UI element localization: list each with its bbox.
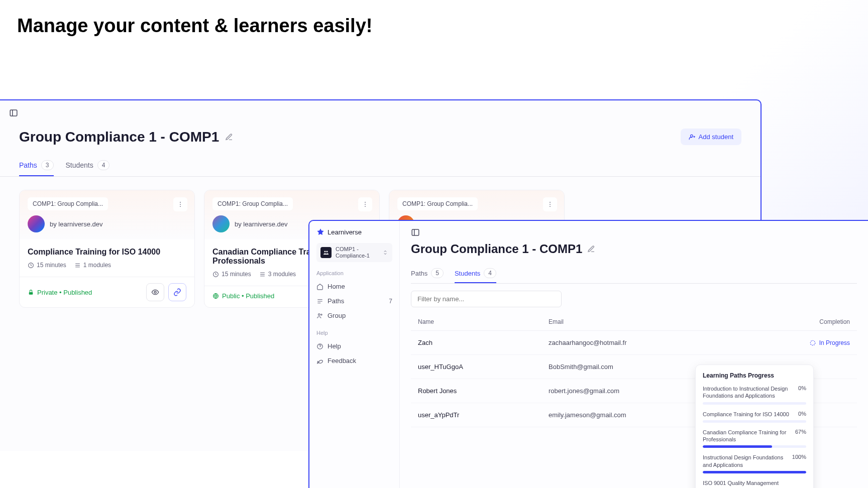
avatar: [212, 215, 230, 232]
sidebar: Learniverse COMP1 -Compliance-1 Applicat…: [309, 221, 400, 488]
globe-icon: [212, 293, 219, 299]
add-student-button[interactable]: Add student: [681, 129, 741, 145]
nav-home[interactable]: Home: [316, 279, 392, 294]
more-vertical-icon: [362, 201, 369, 208]
path-card[interactable]: COMP1: Group Complia... by learniverse.d…: [19, 190, 195, 308]
lock-icon: [28, 289, 34, 296]
progress-item: Introduction to Instructional Design Fou…: [703, 385, 806, 405]
tab-count: 4: [484, 268, 496, 278]
card-menu-button[interactable]: [358, 197, 372, 211]
svg-point-11: [154, 291, 156, 293]
preview-button[interactable]: [146, 283, 164, 301]
card-group-tag: COMP1: Group Complia...: [212, 197, 293, 210]
list-icon: [259, 271, 266, 278]
card-group-tag: COMP1: Group Complia...: [28, 197, 108, 210]
card-menu-button[interactable]: [543, 197, 557, 211]
card-author: by learniverse.dev: [235, 220, 288, 228]
group-selector[interactable]: COMP1 -Compliance-1: [316, 243, 392, 262]
clock-icon: [212, 271, 219, 278]
svg-point-26: [321, 314, 322, 315]
page-heading: Manage your content & learners easily!: [0, 0, 868, 37]
group-nav-icon: [316, 312, 323, 319]
nav-help[interactable]: Help: [316, 339, 392, 353]
duration: 15 minutes: [212, 271, 251, 278]
svg-point-30: [810, 340, 815, 345]
progress-item: Instructional Design Foundations and App…: [703, 454, 806, 473]
chevron-up-down-icon: [382, 250, 388, 256]
tab-students[interactable]: Students 4: [66, 155, 110, 176]
progress-item: Canadian Compliance Training for Profess…: [703, 429, 806, 448]
nav-feedback[interactable]: Feedback: [316, 353, 392, 368]
page-title: Group Compliance 1 - COMP1: [19, 129, 233, 145]
section-label: Application: [316, 270, 392, 276]
tab-bar: Paths 5 Students 4: [411, 264, 857, 284]
sidebar-toggle-icon[interactable]: [411, 228, 420, 237]
more-vertical-icon: [177, 201, 184, 208]
tab-paths[interactable]: Paths 5: [411, 264, 444, 283]
paths-icon: [316, 298, 323, 305]
sidebar-toggle-icon[interactable]: [9, 108, 18, 117]
col-header-email: Email: [549, 318, 790, 325]
home-icon: [316, 283, 323, 290]
status-badge: Public • Published: [212, 292, 274, 300]
tab-count: 4: [97, 160, 110, 170]
svg-point-3: [180, 202, 181, 203]
nav-group[interactable]: Group: [316, 308, 392, 323]
eye-icon: [151, 288, 159, 296]
add-student-label: Add student: [699, 133, 733, 141]
table-row[interactable]: Zach zachaarhangoc@hotmail.fr In Progres…: [411, 331, 857, 355]
section-label: Help: [316, 330, 392, 336]
filter-input[interactable]: [411, 291, 562, 307]
svg-point-23: [324, 251, 326, 253]
help-icon: [316, 343, 323, 350]
progress-icon: [809, 339, 816, 346]
tab-bar: Paths 3 Students 4: [0, 155, 761, 177]
logo-icon: [316, 228, 324, 236]
feedback-icon: [316, 357, 323, 364]
list-icon: [74, 262, 81, 269]
svg-point-24: [327, 251, 328, 253]
svg-point-21: [550, 204, 551, 205]
svg-point-25: [318, 314, 320, 316]
tab-paths[interactable]: Paths 3: [19, 155, 54, 176]
link-button[interactable]: [168, 283, 186, 301]
duration: 15 minutes: [28, 262, 66, 269]
svg-point-5: [180, 206, 181, 207]
add-user-icon: [689, 134, 696, 141]
clock-icon: [28, 262, 34, 269]
svg-point-22: [550, 206, 551, 207]
progress-item: ISO 9001 Quality Management: [703, 479, 806, 488]
tab-students[interactable]: Students 4: [455, 264, 496, 283]
col-header-completion: Completion: [790, 318, 850, 325]
svg-point-12: [365, 202, 366, 203]
card-group-tag: COMP1: Group Complia...: [397, 197, 478, 210]
modules: 1 modules: [74, 262, 111, 269]
tab-count: 3: [41, 160, 54, 170]
svg-rect-0: [10, 110, 17, 116]
card-author: by learniverse.dev: [50, 220, 103, 228]
svg-point-13: [365, 204, 366, 205]
progress-popover: Learning Paths Progress Introduction to …: [695, 364, 814, 488]
card-menu-button[interactable]: [173, 197, 187, 211]
col-header-name: Name: [418, 318, 549, 325]
logo: Learniverse: [316, 228, 392, 236]
svg-point-20: [550, 202, 551, 203]
popover-title: Learning Paths Progress: [703, 372, 806, 379]
tab-count: 5: [431, 268, 444, 278]
edit-icon[interactable]: [225, 133, 233, 141]
tab-label: Students: [66, 161, 93, 169]
more-vertical-icon: [547, 201, 554, 208]
avatar: [28, 215, 45, 232]
edit-icon[interactable]: [587, 245, 595, 253]
nav-paths[interactable]: Paths7: [316, 294, 392, 308]
tab-label: Paths: [19, 161, 37, 169]
svg-rect-10: [29, 292, 33, 294]
modules: 3 modules: [259, 271, 296, 278]
page-title-text: Group Compliance 1 - COMP1: [19, 129, 219, 145]
status-in-progress: In Progress: [790, 339, 850, 346]
page-title: Group Compliance 1 - COMP1: [411, 242, 857, 256]
svg-rect-28: [412, 229, 419, 235]
svg-point-2: [690, 135, 693, 137]
card-title: Compliance Training for ISO 14000: [28, 248, 186, 257]
svg-point-14: [365, 206, 366, 207]
